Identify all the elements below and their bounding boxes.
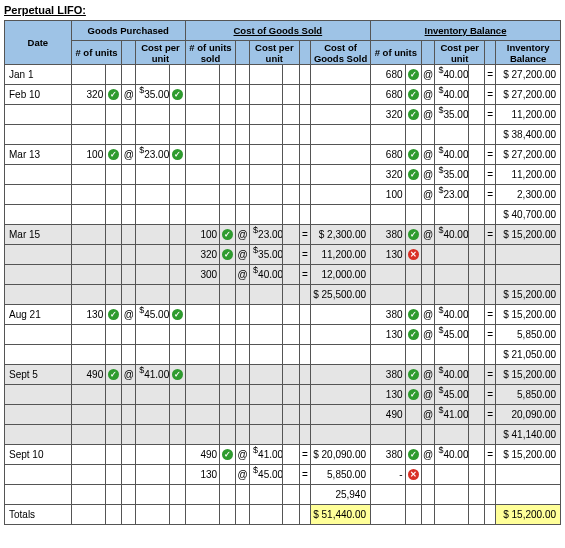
table-row: 320✓@$35.00=11,200.00: [5, 165, 561, 185]
hdr-s-units: # of units sold: [185, 41, 236, 65]
x-icon: ✕: [408, 249, 419, 260]
table-row: $ 40,700.00: [5, 205, 561, 225]
page-title: Perpetual LIFO:: [4, 4, 86, 16]
check-icon: ✓: [408, 389, 419, 400]
check-icon: ✓: [222, 249, 233, 260]
check-icon: ✓: [408, 69, 419, 80]
hdr-b-cost: Cost per unit: [435, 41, 484, 65]
check-icon: ✓: [408, 149, 419, 160]
hdr-s-cogs: Cost of Goods Sold: [311, 41, 371, 65]
table-row: 320✓@$35.00=11,200.00: [5, 105, 561, 125]
hdr-p-units: # of units: [71, 41, 122, 65]
check-icon: ✓: [408, 229, 419, 240]
totals-balance: $ 15,200.00: [496, 505, 561, 525]
table-row: Sept 10490✓@$41.00=$ 20,090.00380✓@$40.0…: [5, 445, 561, 465]
table-row: 320✓@$35.00=11,200.00130✕: [5, 245, 561, 265]
check-icon: ✓: [408, 309, 419, 320]
table-row: Mar 15100✓@$23.00=$ 2,300.00380✓@$40.00=…: [5, 225, 561, 245]
lifo-table: Date Goods Purchased Cost of Goods Sold …: [4, 20, 561, 525]
table-row: $ 21,050.00: [5, 345, 561, 365]
table-row: $ 25,500.00$ 15,200.00: [5, 285, 561, 305]
table-row: $ 41,140.00: [5, 425, 561, 445]
table-row: $ 38,400.00: [5, 125, 561, 145]
check-icon: ✓: [408, 169, 419, 180]
table-row: Feb 10320✓@$35.00✓680✓@$40.00=$ 27,200.0…: [5, 85, 561, 105]
table-row: Mar 13100✓@$23.00✓680✓@$40.00=$ 27,200.0…: [5, 145, 561, 165]
check-icon: ✓: [108, 369, 119, 380]
check-icon: ✓: [172, 89, 183, 100]
check-icon: ✓: [408, 329, 419, 340]
check-icon: ✓: [108, 89, 119, 100]
table-row: 300@$40.00=12,000.00: [5, 265, 561, 285]
totals-label: Totals: [5, 505, 72, 525]
table-row: 490@$41.00=20,090.00: [5, 405, 561, 425]
hdr-p-cost: Cost per unit: [136, 41, 186, 65]
check-icon: ✓: [222, 229, 233, 240]
table-row: Jan 1680✓@$40.00=$ 27,200.00: [5, 65, 561, 85]
hdr-s-cost: Cost per unit: [250, 41, 299, 65]
hdr-b-units: # of units: [371, 41, 422, 65]
check-icon: ✓: [408, 89, 419, 100]
hdr-inventory-balance: Inventory Balance: [371, 21, 561, 41]
table-row: 130✓@$45.00=5,850.00: [5, 325, 561, 345]
table-row: 100@$23.00=2,300.00: [5, 185, 561, 205]
check-icon: ✓: [108, 149, 119, 160]
hdr-goods-purchased: Goods Purchased: [71, 21, 185, 41]
table-row: 130✓@$45.00=5,850.00: [5, 385, 561, 405]
check-icon: ✓: [222, 449, 233, 460]
totals-cogs: $ 51,440.00: [311, 505, 371, 525]
check-icon: ✓: [108, 309, 119, 320]
table-row: Sept 5490✓@$41.00✓380✓@$40.00=$ 15,200.0…: [5, 365, 561, 385]
check-icon: ✓: [172, 149, 183, 160]
table-row: Aug 21130✓@$45.00✓380✓@$40.00=$ 15,200.0…: [5, 305, 561, 325]
hdr-cogs: Cost of Goods Sold: [185, 21, 370, 41]
table-row: 25,940: [5, 485, 561, 505]
hdr-date: Date: [5, 21, 72, 65]
hdr-b-bal: Inventory Balance: [496, 41, 561, 65]
check-icon: ✓: [408, 369, 419, 380]
x-icon: ✕: [408, 469, 419, 480]
check-icon: ✓: [408, 109, 419, 120]
check-icon: ✓: [172, 309, 183, 320]
check-icon: ✓: [172, 369, 183, 380]
table-row: 130@$45.00=5,850.00-✕: [5, 465, 561, 485]
check-icon: ✓: [408, 449, 419, 460]
